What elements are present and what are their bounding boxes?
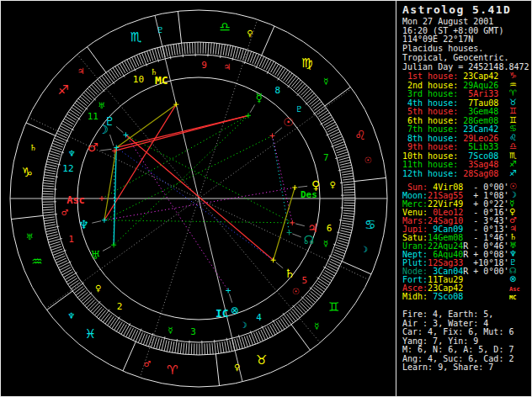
degree-tick [103, 313, 109, 322]
wheel-planet-glyph: ♂ [88, 140, 98, 154]
house-ruler-icon: ♂ [61, 208, 68, 217]
degree-tick [323, 267, 336, 273]
angle-label: IC [215, 307, 229, 320]
degree-tick [79, 293, 88, 300]
degree-tick [115, 66, 121, 76]
degree-tick [75, 103, 84, 109]
house-label: 6th house: [402, 116, 463, 125]
degree-tick [97, 309, 104, 317]
degree-tick [102, 76, 109, 85]
degree-tick [42, 191, 53, 192]
sign-boundary-line [11, 215, 43, 219]
degree-tick [110, 69, 117, 78]
house-number: 4 [256, 312, 262, 323]
stat-line: M: 6, N: 6, A: 5, D: 7 [402, 346, 530, 355]
degree-tick [205, 42, 206, 53]
degree-tick [232, 46, 236, 61]
element-table: Fire: 4, Earth: 5, Air : 3, Water: 4 Car… [402, 310, 530, 373]
degree-tick [343, 218, 354, 220]
aspect-line [102, 115, 248, 198]
degree-tick [236, 47, 238, 58]
degree-tick [262, 57, 267, 67]
degree-tick [226, 45, 228, 56]
degree-tick [270, 62, 276, 72]
stat-line: Fire: 4, Earth: 5, [402, 310, 530, 320]
wheel-planet-glyph: ☉ [283, 115, 294, 129]
house-cusp-line [140, 198, 199, 378]
degree-tick [307, 295, 316, 303]
degree-tick [317, 283, 326, 290]
degree-tick [205, 343, 205, 354]
house-cusp-value: 5Lib33 [463, 142, 498, 151]
degree-tick [275, 66, 281, 75]
degree-tick [109, 318, 116, 327]
degree-tick [276, 321, 282, 331]
degree-tick [221, 44, 223, 58]
degree-tick [302, 89, 311, 97]
info-panel: Astrolog 5.41D Mon 27 August 2001 16:20 … [396, 0, 532, 397]
planet-pointer-line [103, 246, 111, 251]
degree-tick [193, 42, 194, 53]
sign-ruler-icon: ☿ [314, 321, 319, 331]
aspect-line [125, 135, 228, 290]
degree-tick [277, 66, 283, 76]
degree-tick [339, 220, 354, 223]
zodiac-sign-icon: ♎ [509, 142, 517, 151]
degree-tick [210, 43, 211, 54]
degree-tick [43, 209, 54, 210]
house-label: 5th house: [402, 107, 463, 116]
aspect-line [116, 104, 176, 147]
degree-tick [339, 236, 350, 238]
degree-tick [167, 341, 169, 352]
degree-tick [295, 82, 303, 90]
degree-tick [42, 204, 53, 205]
degree-tick [280, 319, 287, 328]
degree-tick [273, 64, 279, 74]
house-label: 4th house: [402, 98, 463, 108]
degree-tick [312, 102, 322, 109]
degree-tick [114, 320, 120, 330]
degree-tick [43, 212, 54, 213]
degree-tick [45, 167, 56, 169]
degree-tick [132, 57, 137, 67]
house-cusp-value: 23Cap42 [463, 71, 498, 81]
degree-tick [325, 122, 335, 128]
wheel-planet-glyph: ☿ [256, 91, 263, 104]
house-label: 11th house: [402, 160, 463, 169]
degree-tick [189, 341, 189, 355]
degree-tick [175, 339, 178, 353]
degree-tick [186, 343, 187, 354]
zodiac-sign-icon: ♊ [509, 107, 517, 116]
house-row: 12th house: 28Sag08♐ [402, 170, 530, 179]
degree-tick [157, 48, 161, 59]
degree-tick [222, 341, 224, 352]
degree-tick [113, 68, 119, 77]
degree-tick [53, 250, 66, 255]
house-ruler-icon: ☉ [292, 287, 300, 296]
degree-tick [343, 205, 354, 206]
planet-pointer-line [295, 224, 305, 226]
wheel-sign-glyph: ♓ [84, 326, 95, 341]
degree-tick [62, 121, 72, 127]
degree-tick [208, 42, 209, 56]
degree-tick [302, 300, 311, 308]
degree-tick [89, 87, 97, 95]
degree-tick [287, 75, 294, 84]
degree-tick [320, 113, 329, 119]
house-number: 3 [190, 326, 196, 337]
degree-tick [49, 154, 60, 157]
degree-tick [60, 126, 70, 131]
degree-tick [311, 99, 319, 107]
degree-tick [78, 98, 87, 106]
house-ruler-icon: ♆ [68, 149, 76, 158]
degree-tick [44, 222, 55, 224]
wheel-planet-glyph: ⊗ [231, 304, 239, 316]
planet-row: Midh: 7Sco08 MC [402, 293, 530, 301]
sign-ruler-icon: ♆ [67, 311, 75, 320]
angle-label: Asc [66, 194, 85, 206]
degree-tick [281, 70, 288, 79]
sign-ruler-icon: ☽ [360, 245, 368, 254]
angle-label: Des [301, 189, 317, 200]
wheel-sign-glyph: ♐ [58, 82, 69, 98]
degree-tick [324, 119, 334, 125]
